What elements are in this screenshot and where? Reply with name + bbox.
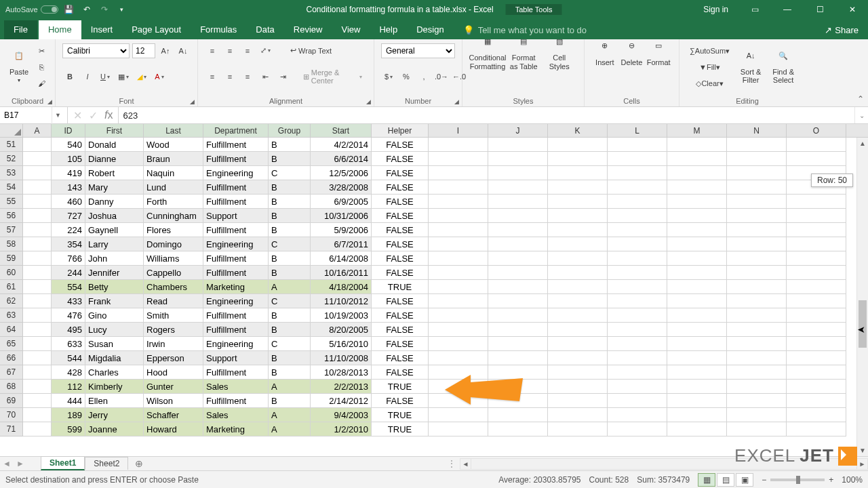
cell[interactable] xyxy=(608,152,667,166)
fill-button[interactable]: ▼ Fill ▾ xyxy=(686,60,733,75)
cell[interactable]: 4/2/2014 xyxy=(311,138,372,152)
cell[interactable] xyxy=(608,365,667,380)
cell[interactable] xyxy=(488,180,548,195)
cell[interactable]: 766 xyxy=(52,251,85,266)
cell[interactable] xyxy=(727,408,787,422)
cell[interactable] xyxy=(667,223,727,237)
cell[interactable] xyxy=(23,223,52,237)
vertical-scrollbar[interactable]: ▲ ▼ xyxy=(856,138,868,456)
cell[interactable] xyxy=(23,251,52,266)
cell[interactable]: 10/31/2006 xyxy=(311,209,372,223)
cell[interactable] xyxy=(727,180,787,195)
cell[interactable] xyxy=(429,237,488,251)
launcher-icon[interactable]: ◢ xyxy=(47,98,52,105)
cell[interactable]: B xyxy=(269,394,311,408)
cell[interactable] xyxy=(667,394,727,408)
row-header[interactable]: 63 xyxy=(0,308,23,323)
cell[interactable] xyxy=(667,180,727,195)
merge-center-button[interactable]: ⊞ Merge & Center xyxy=(298,69,367,84)
row-header[interactable]: 53 xyxy=(0,166,23,180)
delete-cells-button[interactable]: ⊖Delete xyxy=(618,34,646,68)
cell[interactable]: A xyxy=(269,280,311,294)
cell[interactable] xyxy=(727,294,787,308)
cell[interactable] xyxy=(608,308,667,323)
row-header[interactable]: 52 xyxy=(0,152,23,166)
cell[interactable]: Rogers xyxy=(144,323,203,337)
cell[interactable]: A xyxy=(269,422,311,436)
cell[interactable]: 11/10/2008 xyxy=(311,351,372,365)
cell[interactable]: C xyxy=(269,166,311,180)
cell[interactable]: B xyxy=(269,209,311,223)
cell[interactable] xyxy=(727,251,787,266)
cell[interactable] xyxy=(667,380,727,394)
add-sheet-icon[interactable]: ⊕ xyxy=(128,458,150,469)
orientation-icon[interactable]: ⤢ xyxy=(258,43,273,58)
tab-page-layout[interactable]: Page Layout xyxy=(122,20,191,39)
cell[interactable] xyxy=(787,337,846,351)
cell[interactable] xyxy=(667,294,727,308)
cell[interactable] xyxy=(727,166,787,180)
row-header[interactable]: 58 xyxy=(0,237,23,251)
cell[interactable]: Fulfillment xyxy=(203,266,269,280)
cell[interactable]: B xyxy=(269,223,311,237)
cell[interactable] xyxy=(787,365,846,380)
cell[interactable]: Marketing xyxy=(203,422,269,436)
cell[interactable]: Mary xyxy=(85,180,144,195)
page-layout-view-icon[interactable]: ▤ xyxy=(717,473,734,487)
cell[interactable]: 540 xyxy=(52,138,85,152)
cell[interactable] xyxy=(727,195,787,209)
cut-icon[interactable]: ✂ xyxy=(34,43,49,58)
cell[interactable]: 9/4/2003 xyxy=(311,408,372,422)
cell[interactable]: Lucy xyxy=(85,323,144,337)
cell[interactable] xyxy=(23,394,52,408)
cell[interactable]: Schaffer xyxy=(144,408,203,422)
cell[interactable] xyxy=(429,152,488,166)
col-header[interactable]: Helper xyxy=(372,124,429,137)
cell[interactable] xyxy=(727,266,787,280)
cell[interactable] xyxy=(429,422,488,436)
col-header[interactable]: M xyxy=(667,124,727,137)
zoom-level[interactable]: 100% xyxy=(842,475,863,485)
cell[interactable]: FALSE xyxy=(372,266,429,280)
cell[interactable] xyxy=(727,308,787,323)
cell[interactable]: Dianne xyxy=(85,152,144,166)
cell[interactable] xyxy=(488,337,548,351)
cell[interactable] xyxy=(429,294,488,308)
decrease-font-icon[interactable]: A↓ xyxy=(176,43,191,58)
cell[interactable]: Frank xyxy=(85,294,144,308)
undo-icon[interactable]: ↶ xyxy=(80,3,94,16)
cell[interactable] xyxy=(488,422,548,436)
cell[interactable] xyxy=(667,251,727,266)
cell[interactable]: Chambers xyxy=(144,280,203,294)
fx-icon[interactable]: fx xyxy=(104,109,113,121)
cancel-formula-icon[interactable]: ✕ xyxy=(73,109,82,122)
cell[interactable] xyxy=(787,408,846,422)
cell[interactable]: Fulfillment xyxy=(203,195,269,209)
launcher-icon[interactable]: ◢ xyxy=(454,98,459,105)
cell[interactable] xyxy=(548,180,608,195)
cell[interactable]: B xyxy=(269,365,311,380)
cell[interactable]: Forth xyxy=(144,195,203,209)
cell[interactable]: A xyxy=(269,408,311,422)
cell[interactable] xyxy=(727,152,787,166)
cell[interactable] xyxy=(488,223,548,237)
cell[interactable] xyxy=(23,180,52,195)
row-header[interactable]: 68 xyxy=(0,380,23,394)
cell[interactable] xyxy=(608,280,667,294)
cell[interactable] xyxy=(727,280,787,294)
cell[interactable] xyxy=(608,422,667,436)
cell[interactable]: Howard xyxy=(144,422,203,436)
cell[interactable] xyxy=(23,294,52,308)
row-header[interactable]: 64 xyxy=(0,323,23,337)
cell[interactable]: B xyxy=(269,152,311,166)
cell[interactable]: 10/19/2003 xyxy=(311,308,372,323)
cell[interactable]: Irwin xyxy=(144,337,203,351)
cell[interactable] xyxy=(787,294,846,308)
cell-styles-button[interactable]: ▧Cell Styles xyxy=(542,29,578,71)
cell[interactable]: 354 xyxy=(52,237,85,251)
cell[interactable]: A xyxy=(269,380,311,394)
cell[interactable] xyxy=(488,323,548,337)
cell[interactable]: Gunter xyxy=(144,380,203,394)
cell[interactable]: B xyxy=(269,138,311,152)
cell[interactable] xyxy=(608,209,667,223)
